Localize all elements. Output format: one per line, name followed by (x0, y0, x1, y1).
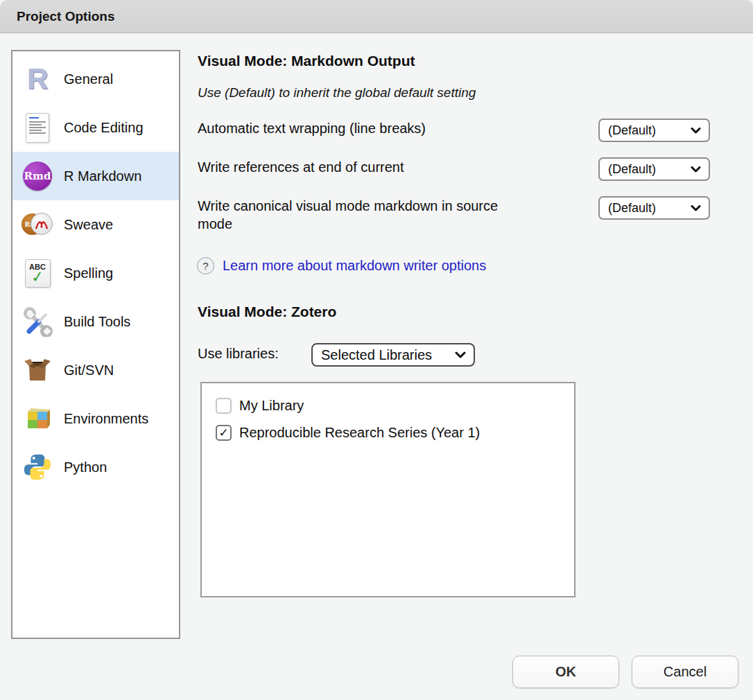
use-libraries-label: Use libraries: (198, 346, 279, 362)
r-logo-letter: R (27, 64, 47, 94)
sidebar-item-label: Git/SVN (64, 362, 114, 378)
sidebar-item-label: Build Tools (64, 314, 130, 330)
pdf-icon (31, 213, 53, 235)
canonical-markdown-select[interactable]: (Default) (598, 196, 710, 220)
library-row-reproducible-research[interactable]: ✓ Reproducible Research Series (Year 1) (216, 425, 574, 441)
default-inherit-note: Use (Default) to inherit the global defa… (198, 85, 476, 100)
text-wrapping-value: (Default) (608, 123, 656, 138)
python-icon (21, 451, 53, 483)
sidebar-item-label: Python (64, 460, 107, 475)
text-wrapping-label: Automatic text wrapping (line breaks) (198, 120, 586, 138)
library-label: Reproducible Research Series (Year 1) (239, 425, 480, 441)
cancel-button[interactable]: Cancel (632, 656, 738, 688)
check-icon: ✓ (218, 426, 228, 440)
code-editing-icon (21, 112, 53, 143)
write-references-label: Write references at end of current (198, 159, 586, 177)
sidebar-item-build-tools[interactable]: Build Tools (12, 297, 179, 346)
libraries-list: My Library ✓ Reproducible Research Serie… (200, 382, 575, 597)
spelling-icon: ABC ✓ (21, 257, 53, 289)
sidebar-item-general[interactable]: R General (12, 55, 179, 103)
markdown-writer-options-link[interactable]: Learn more about markdown writer options (223, 257, 486, 274)
sidebar-item-python[interactable]: Python (12, 443, 179, 491)
sidebar: R General Code Editing Rmd (11, 50, 180, 639)
checkbox-checked[interactable]: ✓ (216, 425, 232, 441)
sidebar-item-label: Sweave (64, 217, 113, 233)
write-references-value: (Default) (608, 162, 656, 177)
canonical-markdown-label: Write canonical visual mode markdown in … (198, 198, 527, 233)
markdown-output-heading: Visual Mode: Markdown Output (198, 53, 415, 69)
checkbox-unchecked[interactable] (216, 398, 232, 414)
chevron-down-icon (691, 166, 701, 173)
sidebar-item-environments[interactable]: Environments (12, 394, 179, 443)
chevron-down-icon (691, 128, 701, 134)
rmarkdown-icon: Rmd (21, 160, 53, 192)
window-title: Project Options (17, 9, 114, 24)
sidebar-item-label: General (64, 71, 113, 87)
text-wrapping-select[interactable]: (Default) (598, 119, 710, 142)
canonical-markdown-value: (Default) (608, 201, 656, 216)
sidebar-item-label: Code Editing (64, 120, 144, 136)
library-row-my-library[interactable]: My Library (216, 398, 574, 414)
ok-button[interactable]: OK (512, 656, 619, 688)
chevron-down-icon (455, 351, 466, 358)
use-libraries-select[interactable]: Selected Libraries (311, 343, 475, 367)
title-bar: Project Options (0, 0, 753, 33)
sidebar-item-label: R Markdown (64, 168, 141, 184)
project-options-dialog: Project Options R General Code Editing (0, 0, 753, 700)
sidebar-item-sweave[interactable]: Rnw Sweave (12, 200, 179, 249)
sweave-icon: Rnw (21, 209, 53, 240)
library-label: My Library (239, 398, 304, 414)
sidebar-item-spelling[interactable]: ABC ✓ Spelling (12, 249, 179, 297)
environments-icon (21, 403, 53, 435)
help-icon[interactable]: ? (197, 257, 214, 274)
sidebar-item-label: Spelling (64, 265, 113, 281)
zotero-heading: Visual Mode: Zotero (198, 304, 336, 320)
sidebar-item-label: Environments (64, 411, 148, 427)
build-tools-icon (21, 306, 53, 338)
sidebar-item-code-editing[interactable]: Code Editing (12, 103, 179, 152)
use-libraries-value: Selected Libraries (321, 347, 432, 363)
git-svn-icon (21, 354, 53, 386)
sidebar-item-git-svn[interactable]: Git/SVN (12, 346, 179, 394)
r-logo-icon: R (21, 63, 53, 95)
write-references-select[interactable]: (Default) (598, 157, 710, 181)
rmd-label: Rmd (24, 170, 51, 182)
chevron-down-icon (691, 205, 701, 211)
sidebar-item-r-markdown[interactable]: Rmd R Markdown (12, 152, 179, 200)
